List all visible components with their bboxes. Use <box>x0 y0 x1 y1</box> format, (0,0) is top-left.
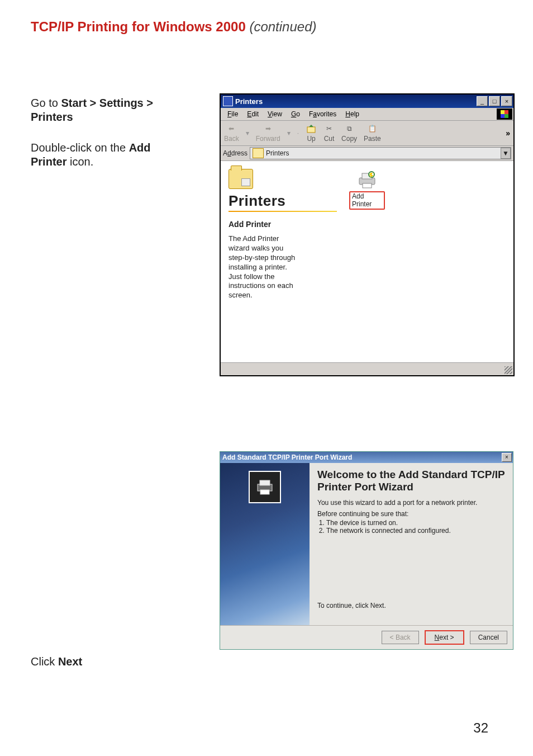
wizard-title: Add Standard TCP/IP Printer Port Wizard <box>222 453 352 461</box>
back-button: < Back <box>382 631 419 644</box>
resize-grip-icon[interactable] <box>505 366 512 374</box>
headline-red: TCP/IP Printing for Windows 2000 <box>31 19 246 34</box>
svg-rect-3 <box>363 183 372 188</box>
paste-icon: 📋 <box>367 124 378 134</box>
add-printer-label: Add Printer <box>349 191 385 210</box>
address-label: Address <box>223 149 248 157</box>
wizard-checklist: The device is turned on. The network is … <box>326 519 506 535</box>
wizard-content: Welcome to the Add Standard TCP/IP Print… <box>310 463 513 625</box>
wizard-body: Welcome to the Add Standard TCP/IP Print… <box>220 463 513 625</box>
wizard-before: Before continuing be sure that: <box>317 510 506 518</box>
separator-bar <box>229 211 337 212</box>
toolbar-back: ⬅ Back <box>224 124 239 143</box>
step-2: Double-click on the Add Printer icon. <box>31 141 182 169</box>
wizard-dialog: Add Standard TCP/IP Printer Port Wizard … <box>220 451 513 650</box>
document-page: TCP/IP Printing for Windows 2000 (contin… <box>0 0 533 756</box>
printer-emblem-icon <box>249 471 281 503</box>
wizard-continue: To continue, click Next. <box>317 602 506 609</box>
minimize-button[interactable]: _ <box>477 96 488 106</box>
svg-rect-7 <box>260 490 269 494</box>
toolbar-copy[interactable]: ⧉ Copy <box>341 124 357 143</box>
explorer-body: Printers Add Printer The Add Printer wiz… <box>221 161 513 362</box>
wizard-close-button[interactable]: × <box>502 453 512 462</box>
section-title: Add Printer <box>229 220 337 229</box>
toolbar: ⬅ Back ▾ ➡ Forward ▾ · Up ✂ Cut <box>221 121 513 146</box>
step2-pre: Double-click on the <box>31 141 129 154</box>
toolbar-forward: ➡ Forward <box>256 124 280 143</box>
add-printer-icon <box>355 169 379 191</box>
page-headline: TCP/IP Printing for Windows 2000 (contin… <box>31 19 502 35</box>
menu-help[interactable]: Help <box>341 110 364 118</box>
titlebar[interactable]: Printers _ □ × <box>221 94 513 108</box>
dropdown-icon[interactable]: ▼ <box>501 148 511 159</box>
instructions-column: Go to Start > Settings > Printers Double… <box>31 96 182 186</box>
next-button[interactable]: Next > <box>425 630 464 645</box>
step3-pre: Click <box>31 655 58 668</box>
cut-icon: ✂ <box>323 124 335 134</box>
separator: · <box>297 129 299 137</box>
step3-bold: Next <box>58 655 82 668</box>
dropdown-arrow-icon: ▾ <box>246 129 249 137</box>
close-button[interactable]: × <box>501 96 512 106</box>
printers-folder-icon <box>229 169 253 189</box>
svg-rect-0 <box>307 127 315 133</box>
wizard-footer: < Back Next > Cancel <box>220 625 513 649</box>
menu-view[interactable]: View <box>263 110 287 118</box>
maximize-button[interactable]: □ <box>489 96 500 106</box>
wizard-banner <box>220 463 310 625</box>
menu-file[interactable]: File <box>223 110 242 118</box>
up-icon <box>306 124 317 134</box>
headline-continued: (continued) <box>246 19 317 34</box>
address-bar: Address Printers ▼ <box>221 146 513 161</box>
menu-favorites[interactable]: Favorites <box>304 110 341 118</box>
printers-window: Printers _ □ × File Edit View Go Favorit… <box>220 93 515 376</box>
folder-icon <box>253 148 264 158</box>
copy-icon: ⧉ <box>344 124 355 134</box>
wizard-check-1: The device is turned on. <box>326 519 506 527</box>
dropdown-arrow-icon: ▾ <box>287 129 291 137</box>
wizard-intro: You use this wizard to add a port for a … <box>317 499 506 507</box>
window-icon <box>223 96 233 106</box>
step2-post: icon. <box>66 155 93 168</box>
window-title: Printers <box>235 97 263 106</box>
menu-go[interactable]: Go <box>287 110 304 118</box>
folder-title: Printers <box>229 192 337 210</box>
step1-pre: Go to <box>31 97 61 109</box>
toolbar-paste[interactable]: 📋 Paste <box>364 124 381 143</box>
address-text: Printers <box>266 149 289 157</box>
cancel-button[interactable]: Cancel <box>470 631 507 644</box>
step-1: Go to Start > Settings > Printers <box>31 96 182 124</box>
forward-icon: ➡ <box>263 124 274 134</box>
menubar: File Edit View Go Favorites Help <box>221 108 513 121</box>
add-printer-item[interactable]: Add Printer <box>349 169 385 210</box>
wizard-heading: Welcome to the Add Standard TCP/IP Print… <box>317 469 506 493</box>
toolbar-more-icon[interactable]: » <box>506 129 510 138</box>
page-number: 32 <box>473 720 488 736</box>
windows-logo-icon <box>497 108 512 120</box>
icon-pane: Add Printer <box>344 161 513 362</box>
step-3: Click Next <box>31 655 82 668</box>
address-combo[interactable]: Printers ▼ <box>250 147 511 159</box>
toolbar-cut[interactable]: ✂ Cut <box>323 124 335 143</box>
help-text: The Add Printer wizard walks you step-by… <box>229 234 296 300</box>
menu-edit[interactable]: Edit <box>242 110 263 118</box>
info-pane: Printers Add Printer The Add Printer wiz… <box>221 161 344 362</box>
wizard-titlebar[interactable]: Add Standard TCP/IP Printer Port Wizard … <box>220 452 513 463</box>
status-bar <box>221 362 513 375</box>
svg-rect-6 <box>260 480 270 485</box>
wizard-check-2: The network is connected and configured. <box>326 527 506 535</box>
back-icon: ⬅ <box>226 124 237 134</box>
toolbar-up[interactable]: Up <box>306 124 317 143</box>
